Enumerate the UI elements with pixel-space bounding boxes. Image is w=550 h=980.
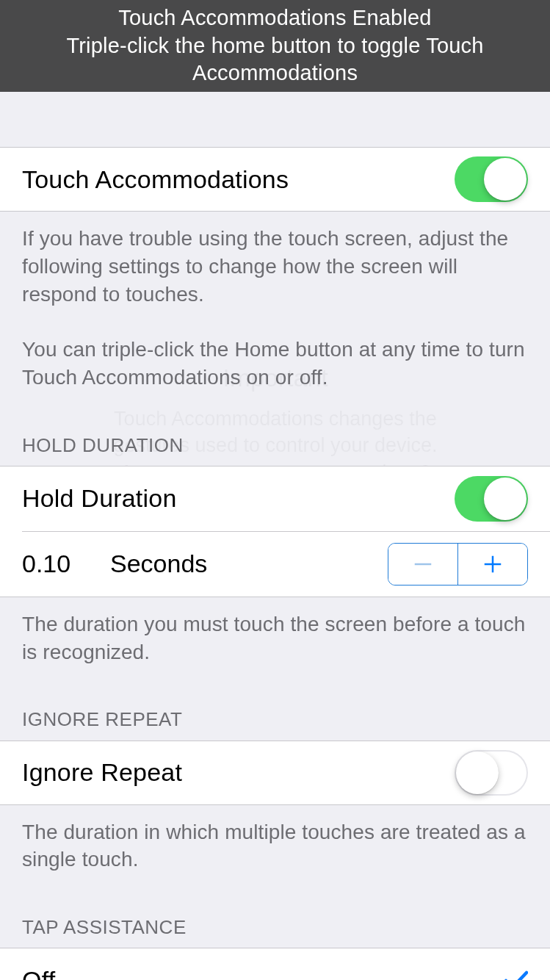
notification-banner: Touch Accommodations Enabled Triple-clic… [0, 0, 550, 92]
banner-subtitle: Triple-click the home button to toggle T… [37, 32, 513, 87]
toggle-knob [484, 158, 527, 201]
hold-duration-label: Hold Duration [22, 484, 177, 513]
plus-icon [482, 553, 504, 575]
ignore-repeat-label: Ignore Repeat [22, 758, 182, 787]
touch-accommodations-footer: If you have trouble using the touch scre… [0, 212, 550, 405]
svg-rect-2 [492, 556, 494, 573]
toggle-knob [484, 478, 527, 520]
checkmark-icon [504, 965, 528, 980]
touch-accommodations-row[interactable]: Touch Accommodations [0, 147, 550, 212]
stepper-increase-button[interactable] [458, 544, 527, 585]
stepper-decrease-button[interactable] [388, 544, 457, 585]
settings-screen: Touch Accommodations If you have trouble… [0, 92, 550, 980]
hold-duration-value-row: 0.10 Seconds [0, 532, 550, 597]
banner-title: Touch Accommodations Enabled [118, 4, 431, 32]
ignore-repeat-toggle[interactable] [455, 750, 528, 796]
ignore-repeat-header: IGNORE REPEAT [0, 679, 550, 740]
tap-assistance-off-label: Off [22, 966, 55, 980]
svg-rect-0 [414, 563, 431, 566]
ignore-repeat-row[interactable]: Ignore Repeat [0, 741, 550, 805]
hold-duration-unit: Seconds [110, 550, 388, 578]
minus-icon [412, 553, 434, 575]
toggle-knob [456, 752, 499, 794]
tap-assistance-header: TAP ASSISTANCE [0, 887, 550, 948]
touch-accommodations-label: Touch Accommodations [22, 165, 289, 194]
hold-duration-group: Hold Duration 0.10 Seconds [0, 466, 550, 597]
hold-duration-header: HOLD DURATION [0, 405, 550, 466]
tap-assistance-off-row[interactable]: Off [0, 948, 550, 980]
hold-duration-footer: The duration you must touch the screen b… [0, 597, 550, 680]
hold-duration-toggle[interactable] [455, 476, 528, 522]
hold-duration-value: 0.10 [22, 550, 110, 578]
ignore-repeat-footer: The duration in which multiple touches a… [0, 805, 550, 887]
hold-duration-toggle-row[interactable]: Hold Duration [0, 466, 550, 531]
touch-accommodations-toggle[interactable] [455, 156, 528, 202]
hold-duration-stepper [388, 543, 529, 586]
